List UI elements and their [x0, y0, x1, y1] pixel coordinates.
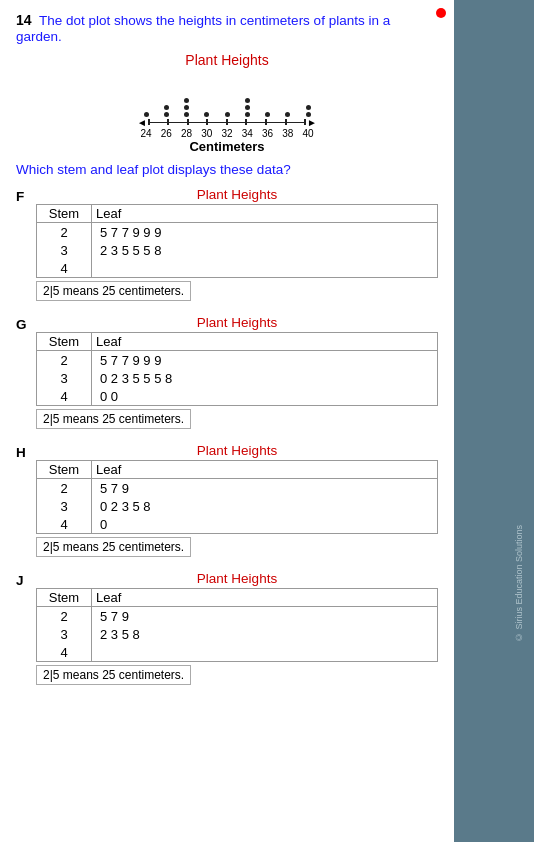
- question-prompt: Which stem and leaf plot displays these …: [16, 162, 438, 177]
- sl-row-j-1: 2 5 7 9: [37, 607, 437, 625]
- sl-row-g-1: 2 5 7 7 9 9 9: [37, 351, 437, 369]
- dot-col-28: [178, 98, 196, 117]
- sl-row-h-1: 2 5 7 9: [37, 479, 437, 497]
- axis-label: Centimeters: [127, 139, 327, 154]
- option-g: G Plant Heights Stem Leaf 2 5 7 7 9 9 9: [16, 315, 438, 429]
- sl-header-stem-g: Stem: [37, 333, 92, 350]
- axis-numbers: 24 26 28 30 32 34 36 38 40: [137, 128, 317, 139]
- sl-row-f-1: 2 5 7 7 9 9 9: [37, 223, 437, 241]
- sl-header-stem-f: Stem: [37, 205, 92, 222]
- sl-title-h: Plant Heights: [36, 443, 438, 458]
- sl-note-h: 2|5 means 25 centimeters.: [36, 537, 191, 557]
- stem-leaf-f: Plant Heights Stem Leaf 2 5 7 7 9 9 9 3: [36, 187, 438, 301]
- stem-leaf-h: Plant Heights Stem Leaf 2 5 7 9 3 0 2: [36, 443, 438, 557]
- stem-leaf-g: Plant Heights Stem Leaf 2 5 7 7 9 9 9 3: [36, 315, 438, 429]
- option-letter-g: G: [16, 317, 36, 332]
- sl-note-f: 2|5 means 25 centimeters.: [36, 281, 191, 301]
- sl-row-h-2: 3 0 2 3 5 8: [37, 497, 437, 515]
- option-h: H Plant Heights Stem Leaf 2 5 7 9: [16, 443, 438, 557]
- sl-title-g: Plant Heights: [36, 315, 438, 330]
- option-j: J Plant Heights Stem Leaf 2 5 7 9: [16, 571, 438, 685]
- sl-header-h: Stem Leaf: [37, 461, 437, 479]
- sl-header-stem-h: Stem: [37, 461, 92, 478]
- sidebar: © Sirius Education Solutions: [454, 0, 534, 842]
- dot-col-40: [299, 105, 317, 117]
- stem-leaf-j: Plant Heights Stem Leaf 2 5 7 9 3 2 3: [36, 571, 438, 685]
- sl-row-j-2: 3 2 3 5 8: [37, 625, 437, 643]
- dot-col-34: [238, 98, 256, 117]
- answer-options: F Plant Heights Stem Leaf 2 5 7 7 9 9 9: [16, 187, 438, 685]
- sl-table-h: Stem Leaf 2 5 7 9 3 0 2 3 5 8 4: [36, 460, 438, 534]
- question-number: 14: [16, 12, 32, 28]
- question-text: The dot plot shows the heights in centim…: [16, 13, 390, 44]
- sl-header-g: Stem Leaf: [37, 333, 437, 351]
- option-letter-f: F: [16, 189, 36, 204]
- option-letter-h: H: [16, 445, 36, 460]
- sl-header-leaf-f: Leaf: [92, 205, 437, 222]
- sl-row-f-2: 3 2 3 5 5 5 8: [37, 241, 437, 259]
- sl-header-leaf-h: Leaf: [92, 461, 437, 478]
- sl-header-leaf-j: Leaf: [92, 589, 437, 606]
- sl-table-j: Stem Leaf 2 5 7 9 3 2 3 5 8 4: [36, 588, 438, 662]
- red-dot: [436, 8, 446, 18]
- sl-header-stem-j: Stem: [37, 589, 92, 606]
- dot-plot-section: Plant Heights: [16, 52, 438, 154]
- sl-header-j: Stem Leaf: [37, 589, 437, 607]
- copyright: © Sirius Education Solutions: [514, 525, 524, 642]
- dot-col-26: [157, 105, 175, 117]
- sl-row-h-3: 4 0: [37, 515, 437, 533]
- sl-row-f-3: 4: [37, 259, 437, 277]
- sl-note-j: 2|5 means 25 centimeters.: [36, 665, 191, 685]
- option-letter-j: J: [16, 573, 36, 588]
- sl-title-j: Plant Heights: [36, 571, 438, 586]
- sl-title-f: Plant Heights: [36, 187, 438, 202]
- sl-header-leaf-g: Leaf: [92, 333, 437, 350]
- sl-table-g: Stem Leaf 2 5 7 7 9 9 9 3 0 2 3 5 5 5 8: [36, 332, 438, 406]
- sl-header-f: Stem Leaf: [37, 205, 437, 223]
- option-f: F Plant Heights Stem Leaf 2 5 7 7 9 9 9: [16, 187, 438, 301]
- sl-table-f: Stem Leaf 2 5 7 7 9 9 9 3 2 3 5 5 5 8: [36, 204, 438, 278]
- sl-row-j-3: 4: [37, 643, 437, 661]
- sl-row-g-3: 4 0 0: [37, 387, 437, 405]
- number-axis: ◄: [137, 117, 317, 139]
- dot-plot-title: Plant Heights: [16, 52, 438, 68]
- sl-row-g-2: 3 0 2 3 5 5 5 8: [37, 369, 437, 387]
- sl-note-g: 2|5 means 25 centimeters.: [36, 409, 191, 429]
